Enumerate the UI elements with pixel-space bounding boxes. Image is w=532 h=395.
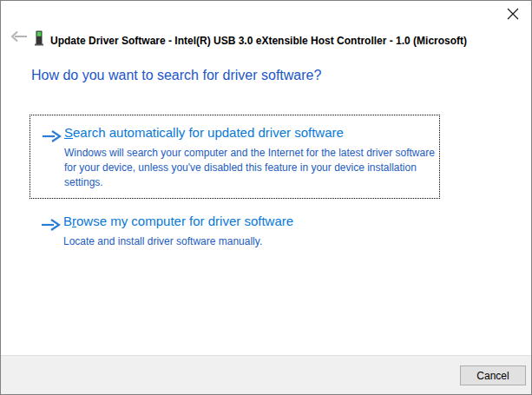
back-arrow-icon (10, 30, 28, 46)
wizard-header: Update Driver Software - Intel(R) USB 3.… (1, 27, 531, 53)
option-title: Browse my computer for driver software (63, 214, 293, 228)
title-bar (1, 1, 531, 27)
right-arrow-icon (40, 218, 61, 232)
back-button[interactable] (9, 30, 30, 47)
device-icon (34, 30, 44, 46)
update-driver-wizard-window: Update Driver Software - Intel(R) USB 3.… (0, 0, 532, 395)
option-browse-computer[interactable]: Browse my computer for driver software L… (30, 204, 440, 256)
wizard-title: Update Driver Software - Intel(R) USB 3.… (50, 35, 467, 47)
option-description: Locate and install driver software manua… (63, 234, 442, 249)
option-search-automatically[interactable]: Search automatically for updated driver … (30, 115, 440, 199)
close-button[interactable] (498, 3, 528, 25)
cancel-button[interactable]: Cancel (460, 365, 526, 385)
accelerator-letter: S (64, 125, 73, 140)
page-heading: How do you want to search for driver sof… (31, 68, 321, 83)
option-description: Windows will search your computer and th… (64, 146, 443, 190)
right-arrow-icon (41, 129, 62, 143)
footer-bar: Cancel (1, 355, 531, 394)
option-title: Search automatically for updated driver … (64, 125, 344, 140)
close-icon (507, 8, 519, 20)
